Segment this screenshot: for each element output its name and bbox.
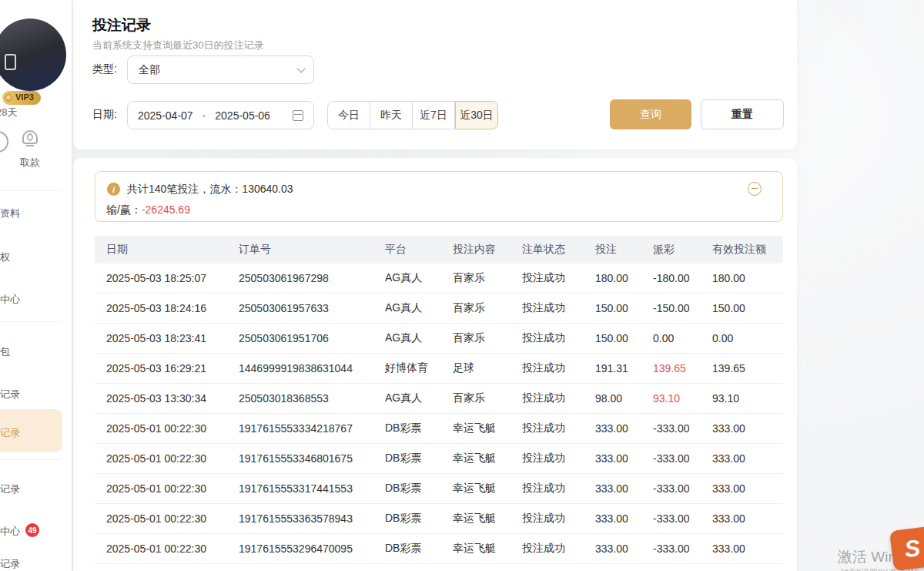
date-separator: - <box>203 109 206 122</box>
cell-platform: DB彩票 <box>385 482 453 495</box>
quick-yesterday-button[interactable]: 昨天 <box>370 101 413 129</box>
cell-valid-amount: 150.00 <box>712 302 783 314</box>
floating-service-logo[interactable]: S <box>889 526 924 571</box>
cell-platform: AG真人 <box>385 271 453 285</box>
header-valid-amount: 有效投注额 <box>712 243 783 257</box>
sidebar-item-records-3[interactable]: 记录 <box>0 557 20 571</box>
sidebar-item-message-center[interactable]: 中心 <box>0 525 20 539</box>
cell-valid-amount: 333.00 <box>712 422 783 435</box>
cell-order-no: 250503018368553 <box>239 392 385 405</box>
page: 投注记录 当前系统支持查询最近30日的投注记录 类型: 全部 日期: 2025-… <box>0 0 924 571</box>
cell-platform: AG真人 <box>385 301 453 315</box>
cell-bet-content: 幸运飞艇 <box>453 482 522 495</box>
chevron-down-icon <box>296 64 305 72</box>
cell-bet-amount: 150.00 <box>595 332 653 344</box>
cell-status: 投注成功 <box>522 391 595 405</box>
cell-date: 2025-05-03 18:25:07 <box>106 272 239 284</box>
divider <box>0 459 61 460</box>
cell-status: 投注成功 <box>522 422 595 435</box>
table-body: 2025-05-03 18:25:07 250503061967298 AG真人… <box>95 264 783 564</box>
cell-bet-content: 足球 <box>453 361 522 375</box>
cell-valid-amount: 93.10 <box>712 392 783 405</box>
vip-diamond-icon <box>4 93 12 102</box>
cell-date: 2025-05-03 16:29:21 <box>106 362 239 375</box>
sidebar-item-records-2[interactable]: 记录 <box>0 482 20 496</box>
cell-platform: 好博体育 <box>385 361 453 375</box>
cell-platform: AG真人 <box>385 331 453 345</box>
cell-platform: DB彩票 <box>385 512 453 526</box>
cell-status: 投注成功 <box>522 301 595 315</box>
cell-valid-amount: 333.00 <box>712 482 783 495</box>
sidebar-item-wallet[interactable]: 包 <box>0 345 10 359</box>
type-label: 类型: <box>92 62 117 76</box>
header-bet-content: 投注内容 <box>453 243 522 257</box>
header-payout: 派彩 <box>653 243 712 257</box>
cell-valid-amount: 139.65 <box>712 362 783 375</box>
cell-date: 2025-05-01 00:22:30 <box>106 482 239 495</box>
cell-order-no: 1917615553363578943 <box>239 512 385 525</box>
quick-today-button[interactable]: 今日 <box>327 101 370 129</box>
cell-status: 投注成功 <box>522 482 595 495</box>
cell-date: 2025-05-01 00:22:30 <box>106 542 239 555</box>
sidebar-item-profile[interactable]: 资料 <box>0 207 20 220</box>
summary-total: 共计140笔投注，流水：130640.03 <box>127 183 293 196</box>
withdraw-icon[interactable] <box>18 128 42 151</box>
cell-bet-content: 幸运飞艇 <box>453 422 522 435</box>
deposit-icon[interactable] <box>0 131 8 153</box>
cell-bet-content: 百家乐 <box>453 391 522 405</box>
cell-bet-amount: 98.00 <box>595 392 653 405</box>
query-button[interactable]: 查询 <box>610 99 691 129</box>
table-row: 2025-05-01 00:22:30 1917615553346801675 … <box>95 444 783 474</box>
summary-winloss: 输/赢：-26245.69 <box>106 203 190 217</box>
cell-bet-amount: 333.00 <box>595 452 653 465</box>
summary-box <box>95 171 783 222</box>
reset-button[interactable]: 重置 <box>701 99 784 129</box>
cell-payout: -333.00 <box>653 512 712 525</box>
cell-payout: -333.00 <box>653 482 712 495</box>
cell-bet-amount: 333.00 <box>595 512 653 525</box>
divider <box>0 190 61 191</box>
cell-bet-amount: 333.00 <box>595 422 653 435</box>
sidebar-item-records[interactable]: 记录 <box>0 388 20 401</box>
withdraw-label: 取款 <box>20 156 40 170</box>
sidebar: VIP3 注册第28天 取款 资料 权 中心 包 记录 记录 记录 中心 49 … <box>0 0 72 571</box>
quick-7days-button[interactable]: 近7日 <box>413 101 455 129</box>
vip-badge: VIP3 <box>2 91 41 105</box>
cell-order-no: 1917615553317441553 <box>239 482 385 495</box>
header-status: 注单状态 <box>522 243 595 257</box>
page-subtitle: 当前系统支持查询最近30日的投注记录 <box>92 39 263 52</box>
cell-status: 投注成功 <box>522 271 595 285</box>
info-icon: i <box>107 183 120 196</box>
date-label: 日期: <box>92 108 117 122</box>
cell-date: 2025-05-03 18:24:16 <box>106 302 239 314</box>
cell-payout: -150.00 <box>653 302 712 314</box>
cell-valid-amount: 333.00 <box>712 512 783 525</box>
avatar-photo-detail <box>5 54 16 70</box>
cell-payout: -333.00 <box>653 452 712 465</box>
collapse-summary-icon[interactable] <box>748 182 762 196</box>
table-row: 2025-05-03 18:25:07 250503061967298 AG真人… <box>95 264 783 294</box>
table-row: 2025-05-01 00:22:30 1917615553296470095 … <box>95 534 783 564</box>
date-range-picker[interactable]: 2025-04-07 - 2025-05-06 <box>127 101 314 129</box>
type-select[interactable]: 全部 <box>127 55 314 84</box>
register-day-text: 注册第28天 <box>0 106 17 119</box>
cell-status: 投注成功 <box>522 542 595 556</box>
cell-order-no: 1917615553334218767 <box>239 422 385 435</box>
quick-30days-button[interactable]: 近30日 <box>455 101 498 129</box>
sidebar-item-privilege[interactable]: 权 <box>0 250 10 264</box>
table-row: 2025-05-01 00:22:30 1917615553363578943 … <box>95 504 783 534</box>
cell-bet-amount: 333.00 <box>595 542 653 555</box>
sidebar-item-bet-records-active[interactable]: 记录 <box>0 426 20 440</box>
table-row: 2025-05-03 16:29:21 1446999919838631044 … <box>95 354 783 384</box>
winloss-label: 输/赢： <box>106 203 142 216</box>
cell-platform: AG真人 <box>385 391 453 405</box>
avatar[interactable] <box>0 18 66 91</box>
cell-bet-content: 百家乐 <box>453 301 522 315</box>
cell-bet-amount: 180.00 <box>595 272 653 284</box>
cell-date: 2025-05-01 00:22:30 <box>106 422 239 435</box>
cell-payout: 93.10 <box>653 392 712 405</box>
cell-date: 2025-05-03 13:30:34 <box>106 392 239 405</box>
table-row: 2025-05-01 00:22:30 1917615553317441553 … <box>95 474 783 504</box>
cell-status: 投注成功 <box>522 331 595 345</box>
sidebar-item-center[interactable]: 中心 <box>0 293 20 307</box>
